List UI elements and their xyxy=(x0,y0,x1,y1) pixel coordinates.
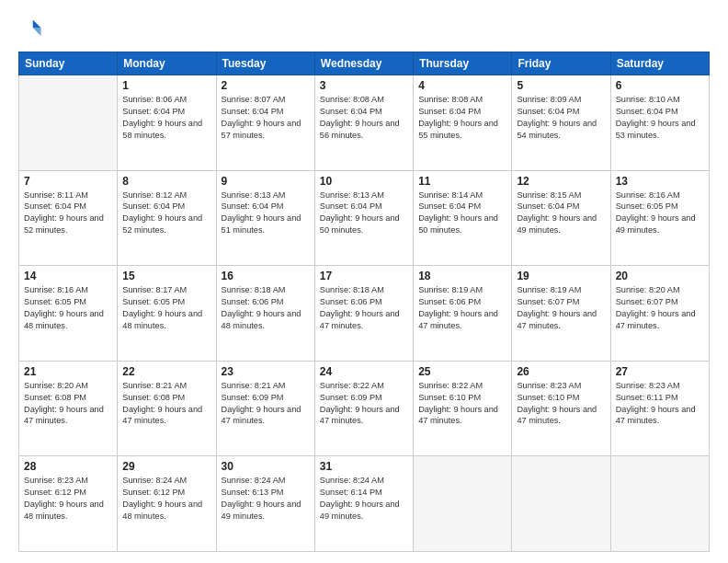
day-info: Sunrise: 8:18 AMSunset: 6:06 PMDaylight:… xyxy=(320,284,408,332)
calendar-day-cell: 11Sunrise: 8:14 AMSunset: 6:04 PMDayligh… xyxy=(414,170,512,266)
day-info: Sunrise: 8:16 AMSunset: 6:05 PMDaylight:… xyxy=(24,284,112,332)
day-info: Sunrise: 8:09 AMSunset: 6:04 PMDaylight:… xyxy=(517,94,605,142)
day-info: Sunrise: 8:08 AMSunset: 6:04 PMDaylight:… xyxy=(418,94,506,142)
calendar-day-cell: 8Sunrise: 8:12 AMSunset: 6:04 PMDaylight… xyxy=(118,170,216,266)
calendar-day-cell: 16Sunrise: 8:18 AMSunset: 6:06 PMDayligh… xyxy=(216,266,314,362)
calendar-day-cell: 31Sunrise: 8:24 AMSunset: 6:14 PMDayligh… xyxy=(314,456,413,552)
day-info: Sunrise: 8:24 AMSunset: 6:12 PMDaylight:… xyxy=(122,475,210,523)
day-number: 2 xyxy=(222,79,310,92)
day-number: 30 xyxy=(222,460,310,473)
calendar-day-cell: 9Sunrise: 8:13 AMSunset: 6:04 PMDaylight… xyxy=(216,170,314,266)
day-number: 13 xyxy=(616,175,704,188)
calendar-day-cell: 18Sunrise: 8:19 AMSunset: 6:06 PMDayligh… xyxy=(414,266,512,362)
calendar-day-cell: 20Sunrise: 8:20 AMSunset: 6:07 PMDayligh… xyxy=(610,266,709,362)
calendar-day-cell xyxy=(610,456,709,552)
day-number: 25 xyxy=(418,365,506,378)
calendar-header-row: SundayMondayTuesdayWednesdayThursdayFrid… xyxy=(19,52,710,75)
day-info: Sunrise: 8:22 AMSunset: 6:10 PMDaylight:… xyxy=(418,380,506,428)
day-number: 11 xyxy=(418,175,506,188)
day-info: Sunrise: 8:23 AMSunset: 6:10 PMDaylight:… xyxy=(517,380,605,428)
logo xyxy=(18,17,48,42)
day-number: 16 xyxy=(222,270,310,282)
calendar-day-cell: 13Sunrise: 8:16 AMSunset: 6:05 PMDayligh… xyxy=(610,170,709,266)
day-number: 28 xyxy=(24,460,112,473)
day-number: 8 xyxy=(122,175,210,188)
calendar-day-cell: 23Sunrise: 8:21 AMSunset: 6:09 PMDayligh… xyxy=(216,361,314,456)
calendar-day-cell: 15Sunrise: 8:17 AMSunset: 6:05 PMDayligh… xyxy=(118,266,216,362)
day-number: 21 xyxy=(24,365,112,378)
calendar-day-cell: 3Sunrise: 8:08 AMSunset: 6:04 PMDaylight… xyxy=(314,75,413,171)
calendar-day-cell: 7Sunrise: 8:11 AMSunset: 6:04 PMDaylight… xyxy=(19,170,118,266)
calendar-day-cell: 4Sunrise: 8:08 AMSunset: 6:04 PMDaylight… xyxy=(414,75,512,171)
calendar-week-row: 1Sunrise: 8:06 AMSunset: 6:04 PMDaylight… xyxy=(19,75,710,171)
day-info: Sunrise: 8:21 AMSunset: 6:09 PMDaylight:… xyxy=(222,380,310,428)
calendar-day-cell: 22Sunrise: 8:21 AMSunset: 6:08 PMDayligh… xyxy=(118,361,216,456)
day-number: 18 xyxy=(418,270,506,282)
calendar-day-cell: 2Sunrise: 8:07 AMSunset: 6:04 PMDaylight… xyxy=(216,75,314,171)
svg-marker-1 xyxy=(33,28,41,36)
calendar-day-cell: 12Sunrise: 8:15 AMSunset: 6:04 PMDayligh… xyxy=(512,170,610,266)
calendar-week-row: 7Sunrise: 8:11 AMSunset: 6:04 PMDaylight… xyxy=(19,170,710,266)
calendar-day-cell: 17Sunrise: 8:18 AMSunset: 6:06 PMDayligh… xyxy=(314,266,413,362)
day-number: 10 xyxy=(320,175,408,188)
calendar-day-cell: 27Sunrise: 8:23 AMSunset: 6:11 PMDayligh… xyxy=(610,361,709,456)
day-info: Sunrise: 8:12 AMSunset: 6:04 PMDaylight:… xyxy=(122,190,210,237)
day-info: Sunrise: 8:20 AMSunset: 6:07 PMDaylight:… xyxy=(616,284,704,332)
day-info: Sunrise: 8:21 AMSunset: 6:08 PMDaylight:… xyxy=(122,380,210,428)
day-info: Sunrise: 8:14 AMSunset: 6:04 PMDaylight:… xyxy=(418,190,506,237)
day-info: Sunrise: 8:11 AMSunset: 6:04 PMDaylight:… xyxy=(24,190,112,237)
calendar-day-cell: 10Sunrise: 8:13 AMSunset: 6:04 PMDayligh… xyxy=(314,170,413,266)
calendar-week-row: 14Sunrise: 8:16 AMSunset: 6:05 PMDayligh… xyxy=(19,266,710,362)
calendar-day-cell: 21Sunrise: 8:20 AMSunset: 6:08 PMDayligh… xyxy=(19,361,118,456)
calendar-day-header: Tuesday xyxy=(216,52,314,75)
calendar-day-cell: 26Sunrise: 8:23 AMSunset: 6:10 PMDayligh… xyxy=(512,361,610,456)
logo-icon xyxy=(18,17,44,42)
day-info: Sunrise: 8:17 AMSunset: 6:05 PMDaylight:… xyxy=(122,284,210,332)
calendar-day-cell: 5Sunrise: 8:09 AMSunset: 6:04 PMDaylight… xyxy=(512,75,610,171)
day-info: Sunrise: 8:18 AMSunset: 6:06 PMDaylight:… xyxy=(222,284,310,332)
day-info: Sunrise: 8:22 AMSunset: 6:09 PMDaylight:… xyxy=(320,380,408,428)
day-number: 1 xyxy=(122,79,210,92)
calendar-day-cell: 29Sunrise: 8:24 AMSunset: 6:12 PMDayligh… xyxy=(118,456,216,552)
calendar-day-cell: 1Sunrise: 8:06 AMSunset: 6:04 PMDaylight… xyxy=(118,75,216,171)
calendar-day-cell xyxy=(19,75,118,171)
calendar-day-header: Wednesday xyxy=(314,52,413,75)
calendar-day-cell: 30Sunrise: 8:24 AMSunset: 6:13 PMDayligh… xyxy=(216,456,314,552)
calendar-day-cell xyxy=(512,456,610,552)
day-info: Sunrise: 8:13 AMSunset: 6:04 PMDaylight:… xyxy=(222,190,310,237)
calendar-day-header: Thursday xyxy=(414,52,512,75)
calendar-table: SundayMondayTuesdayWednesdayThursdayFrid… xyxy=(18,52,710,552)
svg-marker-0 xyxy=(33,20,41,29)
day-info: Sunrise: 8:19 AMSunset: 6:06 PMDaylight:… xyxy=(418,284,506,332)
day-info: Sunrise: 8:06 AMSunset: 6:04 PMDaylight:… xyxy=(122,94,210,142)
day-number: 4 xyxy=(418,79,506,92)
day-number: 26 xyxy=(517,365,605,378)
day-info: Sunrise: 8:10 AMSunset: 6:04 PMDaylight:… xyxy=(616,94,704,142)
day-number: 20 xyxy=(616,270,704,282)
day-number: 29 xyxy=(122,460,210,473)
calendar-day-cell: 25Sunrise: 8:22 AMSunset: 6:10 PMDayligh… xyxy=(414,361,512,456)
day-number: 9 xyxy=(222,175,310,188)
day-info: Sunrise: 8:16 AMSunset: 6:05 PMDaylight:… xyxy=(616,190,704,237)
calendar-day-cell: 19Sunrise: 8:19 AMSunset: 6:07 PMDayligh… xyxy=(512,266,610,362)
day-info: Sunrise: 8:23 AMSunset: 6:11 PMDaylight:… xyxy=(616,380,704,428)
day-number: 19 xyxy=(517,270,605,282)
calendar-day-header: Saturday xyxy=(610,52,709,75)
day-number: 17 xyxy=(320,270,408,282)
calendar-week-row: 28Sunrise: 8:23 AMSunset: 6:12 PMDayligh… xyxy=(19,456,710,552)
day-number: 15 xyxy=(122,270,210,282)
day-info: Sunrise: 8:07 AMSunset: 6:04 PMDaylight:… xyxy=(222,94,310,142)
day-number: 22 xyxy=(122,365,210,378)
day-number: 24 xyxy=(320,365,408,378)
header xyxy=(18,17,710,42)
day-number: 12 xyxy=(517,175,605,188)
day-info: Sunrise: 8:24 AMSunset: 6:14 PMDaylight:… xyxy=(320,475,408,523)
day-info: Sunrise: 8:20 AMSunset: 6:08 PMDaylight:… xyxy=(24,380,112,428)
day-info: Sunrise: 8:19 AMSunset: 6:07 PMDaylight:… xyxy=(517,284,605,332)
calendar-day-cell: 24Sunrise: 8:22 AMSunset: 6:09 PMDayligh… xyxy=(314,361,413,456)
day-info: Sunrise: 8:08 AMSunset: 6:04 PMDaylight:… xyxy=(320,94,408,142)
day-number: 14 xyxy=(24,270,112,282)
day-number: 27 xyxy=(616,365,704,378)
page: SundayMondayTuesdayWednesdayThursdayFrid… xyxy=(0,0,728,563)
day-number: 23 xyxy=(222,365,310,378)
